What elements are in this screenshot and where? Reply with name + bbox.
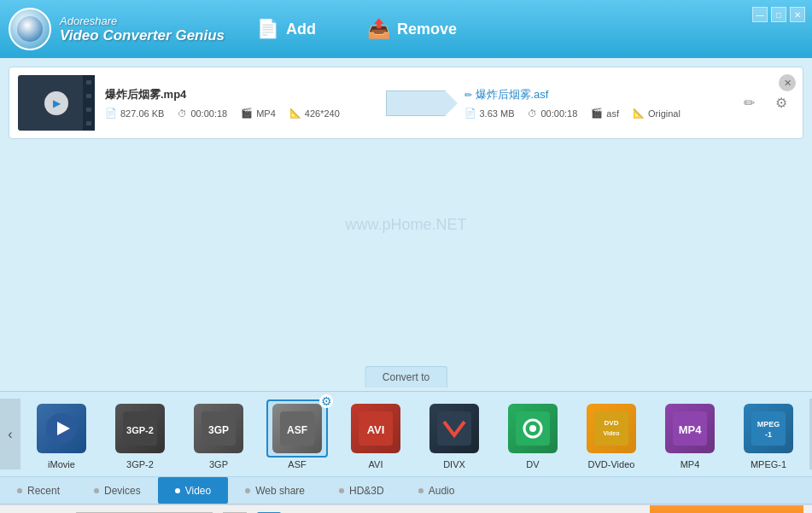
tab-hd3d[interactable]: HD&3D (322, 477, 401, 504)
app-logo (9, 8, 51, 50)
window-controls: — □ ✕ (752, 7, 805, 22)
output-file-info: ✏ 爆炸后烟雾.asf 📄 3.63 MB ⏱ 00:00:18 🎬 asf 📐 (454, 87, 737, 119)
remove-button[interactable]: 📤 Remove (342, 0, 482, 58)
add-button[interactable]: 📄 Add (231, 0, 342, 58)
tab-video[interactable]: Video (158, 477, 228, 504)
source-meta: 📄 827.06 KB ⏱ 00:00:18 🎬 MP4 📐 426*240 (105, 108, 367, 119)
file-icon: 📄 (464, 108, 476, 119)
svg-text:AVI: AVI (367, 423, 385, 436)
format-item-3gp[interactable]: 3GP 3GP (181, 399, 256, 469)
avi-label: AVI (369, 459, 383, 469)
imovie-icon (37, 404, 86, 453)
settings-button[interactable]: ⚙ (768, 90, 794, 116)
format-item-3gp2[interactable]: 3GP-2 3GP-2 (102, 399, 178, 469)
file-actions: ✏ ⚙ (736, 90, 794, 116)
mp4-icon: MP4 (665, 404, 715, 453)
format-item-imovie[interactable]: iMovie (24, 399, 99, 469)
svg-text:MPEG: MPEG (757, 420, 780, 428)
tab-dot (245, 488, 250, 493)
svg-text:Video: Video (604, 430, 620, 436)
prev-format-button[interactable]: ‹ (0, 399, 20, 469)
clock-icon: ⏱ (528, 108, 537, 119)
remove-file-button[interactable]: ✕ (779, 74, 796, 91)
divx-icon (429, 404, 479, 453)
3gp-label: 3GP (209, 459, 228, 469)
remove-icon: 📤 (367, 18, 390, 40)
svg-rect-10 (437, 411, 471, 446)
svg-text:-1: -1 (765, 430, 772, 439)
source-duration-item: ⏱ 00:00:18 (178, 108, 227, 119)
tab-dot (175, 488, 180, 493)
file-icon: 📄 (105, 108, 117, 119)
app-name: Adoreshare Video Converter Genius (60, 15, 225, 44)
3gp-icon: 3GP (194, 404, 243, 453)
convert-to-tab: Convert to (365, 366, 447, 388)
tab-devices[interactable]: Devices (77, 477, 158, 504)
svg-point-13 (529, 425, 536, 432)
source-format-item: 🎬 MP4 (241, 108, 276, 119)
dv-icon (508, 404, 558, 453)
pencil-icon: ✏ (464, 90, 472, 101)
add-icon: 📄 (256, 18, 279, 40)
film-icon: 🎬 (241, 108, 253, 119)
tab-dot (94, 488, 99, 493)
logo-area: Adoreshare Video Converter Genius (9, 8, 231, 50)
asf-label: ASF (288, 459, 306, 469)
svg-text:MP4: MP4 (679, 423, 703, 436)
minimize-button[interactable]: — (752, 7, 768, 22)
output-size-item: 📄 3.63 MB (464, 108, 515, 119)
dv-label: DV (526, 459, 539, 469)
divx-label: DIVX (443, 459, 465, 469)
arrow-shape (386, 90, 446, 116)
title-bar: Adoreshare Video Converter Genius 📄 Add … (0, 0, 812, 58)
mp4-label: MP4 (681, 459, 700, 469)
mpeg1-icon: MPEG-1 (744, 404, 793, 453)
format-category-tabs: Recent Devices Video Web share HD&3D Aud… (0, 477, 812, 504)
output-quality-item: 📐 Original (633, 108, 681, 119)
edit-button[interactable]: ✏ (736, 90, 762, 116)
file-row: ▶ 爆炸后烟雾.mp4 📄 827.06 KB ⏱ 00:00:18 (9, 67, 803, 139)
dvd-label: DVD-Video (588, 459, 635, 469)
source-file-info: 爆炸后烟雾.mp4 📄 827.06 KB ⏱ 00:00:18 🎬 MP4 📐… (95, 87, 377, 119)
format-item-mpeg1[interactable]: MPEG-1 MPEG-1 (731, 399, 806, 469)
svg-text:DVD: DVD (605, 419, 619, 427)
svg-text:ASF: ASF (287, 424, 307, 436)
format-item-divx[interactable]: DIVX (417, 399, 492, 469)
convert-arrow (377, 90, 454, 116)
toolbar: 📄 Add 📤 Remove (231, 0, 803, 58)
avi-icon: AVI (351, 404, 400, 453)
close-button[interactable]: ✕ (790, 7, 805, 22)
resolution-icon: 📐 (289, 108, 301, 119)
convert-button[interactable]: 🔄 Convert (650, 505, 803, 514)
tab-audio[interactable]: Audio (401, 477, 472, 504)
tab-dot (418, 488, 424, 493)
output-meta: 📄 3.63 MB ⏱ 00:00:18 🎬 asf 📐 Original (464, 108, 727, 119)
svg-text:3GP-2: 3GP-2 (126, 425, 154, 435)
film-icon: 🎬 (591, 108, 603, 119)
format-item-mp4[interactable]: MP4 MP4 (652, 399, 727, 469)
format-item-avi[interactable]: AVI AVI (338, 399, 413, 469)
imovie-label: iMovie (48, 459, 75, 469)
clock-icon: ⏱ (178, 108, 187, 119)
svg-rect-14 (594, 411, 628, 446)
tab-dot (339, 488, 344, 493)
play-button[interactable]: ▶ (44, 91, 68, 115)
maximize-button[interactable]: □ (771, 7, 786, 22)
format-list: iMovie 3GP-2 3GP-2 3GP 3GP (20, 399, 809, 469)
format-item-dv[interactable]: DV (495, 399, 570, 469)
tab-webshare[interactable]: Web share (228, 477, 322, 504)
format-item-dvd[interactable]: DVDVideo DVD-Video (574, 399, 649, 469)
source-size-item: 📄 827.06 KB (105, 108, 164, 119)
format-item-asf[interactable]: ASF ASF (260, 399, 335, 469)
tab-recent[interactable]: Recent (0, 477, 77, 504)
source-resolution-item: 📐 426*240 (289, 108, 340, 119)
3gp2-label: 3GP-2 (126, 459, 154, 469)
source-filename: 爆炸后烟雾.mp4 (105, 87, 367, 102)
mpeg1-label: MPEG-1 (751, 459, 786, 469)
dvd-icon: DVDVideo (587, 404, 636, 453)
film-strip (83, 75, 95, 131)
quality-icon: 📐 (633, 108, 645, 119)
svg-text:3GP: 3GP (208, 424, 229, 436)
output-duration-item: ⏱ 00:00:18 (528, 108, 577, 119)
3gp2-icon: 3GP-2 (115, 404, 165, 453)
